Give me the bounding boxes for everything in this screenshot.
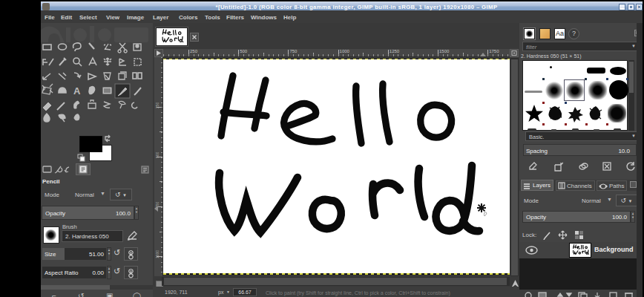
svg-text:A: A (73, 85, 81, 97)
